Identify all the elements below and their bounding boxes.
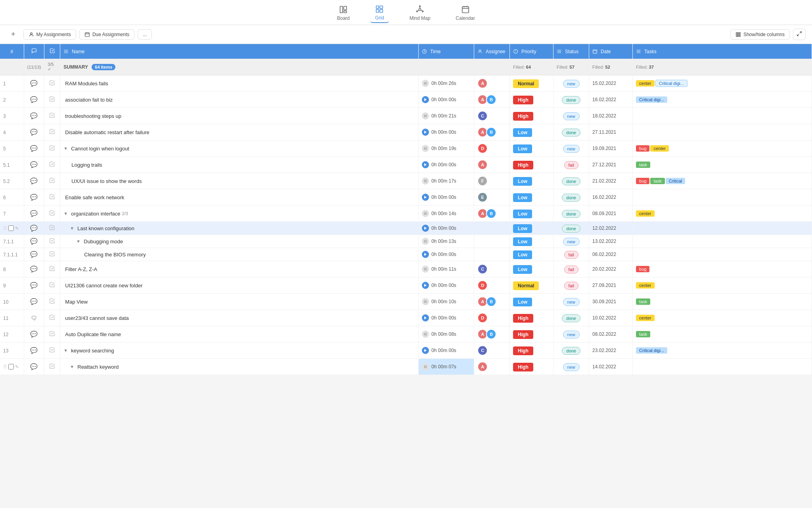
- task-name[interactable]: ▼keyword searching: [60, 343, 419, 359]
- table-row[interactable]: 12💬Auto Duplicate file name 0h 00m 08s A…: [0, 326, 812, 343]
- table-row[interactable]: 4💬Disable automatic restart after failur…: [0, 124, 812, 140]
- comment-icon[interactable]: 💬: [24, 235, 44, 248]
- priority-badge[interactable]: Low: [510, 235, 553, 248]
- col-header-time[interactable]: Time: [419, 44, 474, 59]
- avatar[interactable]: C: [477, 111, 488, 121]
- assignee-cell[interactable]: E: [474, 189, 510, 206]
- comment-icon[interactable]: 💬: [24, 173, 44, 189]
- task-name[interactable]: user23/43 cannot save data: [60, 310, 419, 326]
- avatar[interactable]: B: [486, 329, 496, 339]
- table-row[interactable]: ⠿ ✎ 💬▼Last known configuration 0h 00m 00…: [0, 222, 812, 235]
- task-check[interactable]: [44, 359, 60, 375]
- table-row[interactable]: 9💬UI21306 cannot create new folder 0h 00…: [0, 277, 812, 294]
- task-check[interactable]: [44, 277, 60, 294]
- task-check[interactable]: [44, 248, 60, 261]
- col-header-priority[interactable]: Priority: [510, 44, 553, 59]
- priority-badge[interactable]: Low: [510, 222, 553, 235]
- priority-badge[interactable]: Normal: [510, 75, 553, 92]
- status-badge[interactable]: done: [553, 189, 589, 206]
- avatar[interactable]: B: [486, 208, 496, 219]
- comment-icon[interactable]: 💬: [24, 359, 44, 375]
- comment-icon[interactable]: 💬: [24, 206, 44, 222]
- task-check[interactable]: [44, 326, 60, 343]
- avatar[interactable]: B: [486, 94, 496, 105]
- task-check[interactable]: [44, 206, 60, 222]
- task-name[interactable]: UI21306 cannot create new folder: [60, 277, 419, 294]
- priority-badge[interactable]: High: [510, 92, 553, 108]
- expand-button[interactable]: [793, 29, 806, 40]
- table-container[interactable]: # Name Time: [0, 44, 812, 375]
- comment-icon[interactable]: 💬: [24, 75, 44, 92]
- task-check[interactable]: [44, 343, 60, 359]
- add-button[interactable]: +: [6, 28, 20, 40]
- task-check[interactable]: [44, 108, 60, 124]
- assignee-cell[interactable]: C: [474, 343, 510, 359]
- comment-icon[interactable]: 💬: [24, 277, 44, 294]
- status-badge[interactable]: fail: [553, 157, 589, 173]
- avatar[interactable]: C: [477, 345, 488, 356]
- assignee-cell[interactable]: AB: [474, 294, 510, 310]
- status-badge[interactable]: done: [553, 124, 589, 140]
- task-name[interactable]: Enable safe work network: [60, 189, 419, 206]
- priority-badge[interactable]: Low: [510, 189, 553, 206]
- avatar[interactable]: D: [477, 143, 488, 154]
- avatar[interactable]: A: [477, 160, 488, 170]
- table-row[interactable]: 6💬Enable safe work network 0h 00m 00s EL…: [0, 189, 812, 206]
- assignee-cell[interactable]: D: [474, 140, 510, 157]
- task-check[interactable]: [44, 157, 60, 173]
- task-name[interactable]: troubleshooting steps up: [60, 108, 419, 124]
- assignee-cell[interactable]: A: [474, 157, 510, 173]
- comment-icon[interactable]: 💬: [24, 248, 44, 261]
- col-header-num[interactable]: #: [0, 44, 24, 59]
- nav-grid[interactable]: Grid: [370, 3, 389, 23]
- task-name[interactable]: association fail to biz: [60, 92, 419, 108]
- nav-mindmap[interactable]: Mind Map: [405, 4, 435, 23]
- assignee-cell[interactable]: AB: [474, 92, 510, 108]
- comment-icon[interactable]: 💬: [24, 261, 44, 277]
- table-row[interactable]: 2💬association fail to biz 0h 00m 00s ABH…: [0, 92, 812, 108]
- status-badge[interactable]: new: [553, 75, 589, 92]
- task-name[interactable]: Map View: [60, 294, 419, 310]
- priority-badge[interactable]: Low: [510, 140, 553, 157]
- comment-icon[interactable]: 💬: [24, 108, 44, 124]
- table-row[interactable]: 7.1.1💬▼Dubugging mode 0h 00m 13s Lownew1…: [0, 235, 812, 248]
- comment-icon[interactable]: 💬: [24, 189, 44, 206]
- task-name[interactable]: ▼Cannot login when logout: [60, 140, 419, 157]
- task-check[interactable]: [44, 222, 60, 235]
- table-row[interactable]: 7💬▼organization interface2/3 0h 00m 14s …: [0, 206, 812, 222]
- avatar[interactable]: B: [486, 127, 496, 137]
- nav-calendar[interactable]: Calendar: [451, 4, 480, 23]
- due-assignments-button[interactable]: Due Assignments: [79, 29, 134, 40]
- status-badge[interactable]: new: [553, 359, 589, 375]
- table-row[interactable]: 1💬RAM Modules fails 0h 00m 26s ANormalne…: [0, 75, 812, 92]
- task-name[interactable]: UX/UI issue to show the words: [60, 173, 419, 189]
- assignee-cell[interactable]: AB: [474, 326, 510, 343]
- table-row[interactable]: 5.1💬Logging trails 0h 00m 00s AHighfail2…: [0, 157, 812, 173]
- priority-badge[interactable]: Low: [510, 173, 553, 189]
- assignee-cell[interactable]: [474, 222, 510, 235]
- more-button[interactable]: ...: [138, 29, 152, 40]
- priority-badge[interactable]: High: [510, 326, 553, 343]
- priority-badge[interactable]: Low: [510, 261, 553, 277]
- status-badge[interactable]: done: [553, 173, 589, 189]
- row-checkbox[interactable]: [8, 364, 14, 369]
- task-check[interactable]: [44, 75, 60, 92]
- priority-badge[interactable]: Low: [510, 248, 553, 261]
- assignee-cell[interactable]: F: [474, 173, 510, 189]
- col-header-status[interactable]: Status: [553, 44, 589, 59]
- status-badge[interactable]: done: [553, 343, 589, 359]
- avatar[interactable]: D: [477, 280, 488, 291]
- task-name[interactable]: Clearing the BIOS memory: [60, 248, 419, 261]
- table-row[interactable]: 5.2💬UX/UI issue to show the words 0h 00m…: [0, 173, 812, 189]
- col-header-date[interactable]: Date: [589, 44, 633, 59]
- table-row[interactable]: 10💬Map View 0h 00m 10s ABLownew30.09.202…: [0, 294, 812, 310]
- task-name[interactable]: Logging trails: [60, 157, 419, 173]
- status-badge[interactable]: done: [553, 206, 589, 222]
- table-row[interactable]: 11🗨user23/43 cannot save data 0h 00m 00s…: [0, 310, 812, 326]
- task-name[interactable]: ▼Reattach keyword: [60, 359, 419, 375]
- priority-badge[interactable]: High: [510, 359, 553, 375]
- priority-badge[interactable]: High: [510, 343, 553, 359]
- status-badge[interactable]: new: [553, 108, 589, 124]
- task-name[interactable]: Filter A-Z, Z-A: [60, 261, 419, 277]
- status-badge[interactable]: new: [553, 140, 589, 157]
